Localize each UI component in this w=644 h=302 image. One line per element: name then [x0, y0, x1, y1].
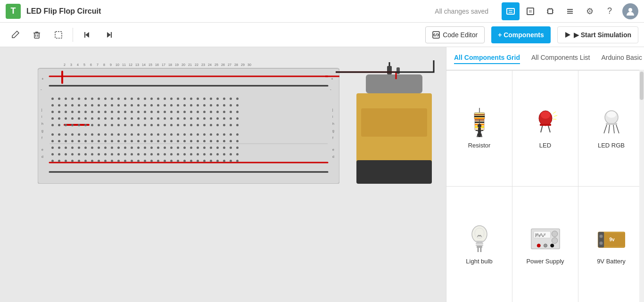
components-grid: Resistor — [446, 71, 644, 302]
code-editor-btn[interactable]: Code Editor — [425, 26, 485, 43]
svg-line-98 — [616, 125, 619, 133]
svg-rect-23 — [111, 32, 112, 38]
svg-text:d: d — [41, 155, 43, 158]
svg-rect-94 — [606, 123, 617, 125]
svg-text:f: f — [41, 136, 42, 139]
right-panel: All Components Grid All Components List … — [446, 47, 644, 302]
select-btn[interactable] — [49, 25, 68, 44]
svg-rect-56 — [396, 67, 400, 74]
svg-line-83 — [481, 133, 482, 137]
light-bulb-label: Light bulb — [466, 258, 492, 265]
components-btn[interactable]: + Components — [491, 26, 551, 43]
breadboard-container: 2 3 4 5 6 7 8 9 10 11 12 13 14 15 16 17 … — [38, 57, 339, 184]
pcb-view-btn[interactable] — [521, 2, 539, 20]
svg-point-85 — [541, 111, 550, 119]
svg-point-121 — [599, 241, 603, 245]
component-resistor[interactable]: Resistor — [446, 71, 512, 186]
start-simulation-label: ▶ Start Simulation — [574, 31, 631, 39]
svg-line-82 — [477, 133, 478, 137]
svg-marker-20 — [85, 32, 89, 38]
tab-all-grid[interactable]: All Components Grid — [454, 54, 520, 64]
scrollbar-thumb[interactable] — [640, 72, 644, 100]
next-btn[interactable] — [99, 25, 118, 44]
svg-text:j: j — [332, 108, 333, 112]
settings-btn[interactable]: ⚙ — [581, 2, 599, 20]
user-avatar[interactable] — [622, 3, 638, 19]
svg-rect-4 — [529, 10, 532, 13]
svg-text:-: - — [41, 87, 42, 91]
9v-battery-icon: 9v — [596, 224, 627, 254]
svg-marker-26 — [565, 32, 570, 38]
project-title: LED Flip Flop Circuit — [26, 7, 101, 16]
svg-line-97 — [613, 125, 614, 133]
component-power-supply[interactable]: 30.0 V 2.0 A Power Supply — [512, 187, 578, 302]
svg-text:j: j — [41, 108, 42, 112]
led-rgb-icon — [596, 108, 627, 138]
schematic-view-btn[interactable] — [502, 2, 520, 20]
svg-rect-77 — [474, 118, 485, 119]
svg-marker-22 — [107, 32, 111, 38]
topbar-icons: ⚙ ? — [502, 2, 638, 20]
start-simulation-btn[interactable]: ▶ Start Simulation — [557, 26, 638, 43]
svg-rect-104 — [477, 246, 482, 248]
main-area: 2 3 4 5 6 7 8 9 10 11 12 13 14 15 16 17 … — [0, 47, 644, 302]
svg-rect-102 — [476, 243, 483, 244]
svg-point-79 — [478, 124, 481, 128]
svg-line-87 — [548, 126, 550, 132]
svg-rect-19 — [55, 32, 62, 38]
svg-line-25 — [436, 33, 437, 36]
svg-rect-117 — [598, 232, 604, 247]
battery-container — [361, 61, 437, 193]
svg-rect-103 — [476, 245, 483, 246]
list-view-btn[interactable] — [561, 2, 579, 20]
svg-rect-61 — [361, 108, 427, 137]
tab-arduino[interactable]: Arduino Basic Kit — [602, 54, 644, 64]
svg-text:+: + — [331, 77, 333, 81]
svg-line-86 — [541, 125, 543, 132]
svg-text:2.0 A: 2.0 A — [535, 234, 544, 237]
svg-line-96 — [609, 125, 610, 133]
led-icon — [530, 108, 561, 138]
svg-rect-60 — [356, 160, 432, 184]
component-9v-battery[interactable]: 9v 9V Battery — [578, 187, 644, 302]
tabs-bar: All Components Grid All Components List … — [446, 47, 644, 71]
svg-text:+: + — [41, 77, 44, 81]
svg-point-15 — [628, 8, 632, 12]
help-btn[interactable]: ? — [601, 2, 619, 20]
svg-point-112 — [552, 237, 557, 243]
svg-text:g: g — [41, 129, 43, 133]
svg-line-90 — [554, 115, 557, 116]
svg-point-114 — [544, 244, 547, 247]
tab-all-list[interactable]: All Components List — [531, 54, 590, 64]
component-light-bulb[interactable]: Light bulb — [446, 187, 512, 302]
prev-btn[interactable] — [78, 25, 97, 44]
draw-btn[interactable] — [6, 25, 25, 44]
canvas-area[interactable]: 2 3 4 5 6 7 8 9 10 11 12 13 14 15 16 17 … — [0, 47, 446, 302]
svg-text:h: h — [332, 122, 334, 125]
delete-btn[interactable] — [27, 25, 46, 44]
save-status: All changes saved — [435, 8, 488, 15]
svg-text:h: h — [41, 122, 43, 125]
component-led-rgb[interactable]: LED RGB — [578, 71, 644, 186]
svg-point-120 — [599, 235, 603, 238]
scrollbar-track[interactable] — [639, 70, 644, 302]
svg-rect-58 — [366, 74, 422, 93]
toolbar: Code Editor + Components ▶ Start Simulat… — [0, 23, 644, 47]
power-supply-label: Power Supply — [526, 258, 564, 265]
battery-svg — [352, 61, 437, 203]
chip-view-btn[interactable] — [541, 2, 559, 20]
svg-text:g: g — [332, 129, 334, 133]
component-led[interactable]: LED — [512, 71, 578, 186]
svg-line-89 — [553, 112, 556, 114]
code-editor-label: Code Editor — [443, 31, 478, 39]
svg-rect-16 — [34, 33, 39, 38]
led-label: LED — [539, 142, 551, 149]
components-label: + Components — [498, 31, 544, 39]
svg-text:e: e — [41, 148, 43, 151]
svg-rect-55 — [387, 66, 392, 74]
resistor-icon — [464, 108, 495, 138]
svg-point-115 — [550, 244, 553, 247]
svg-point-111 — [552, 231, 557, 237]
svg-rect-21 — [84, 32, 85, 38]
light-bulb-icon — [464, 224, 495, 254]
